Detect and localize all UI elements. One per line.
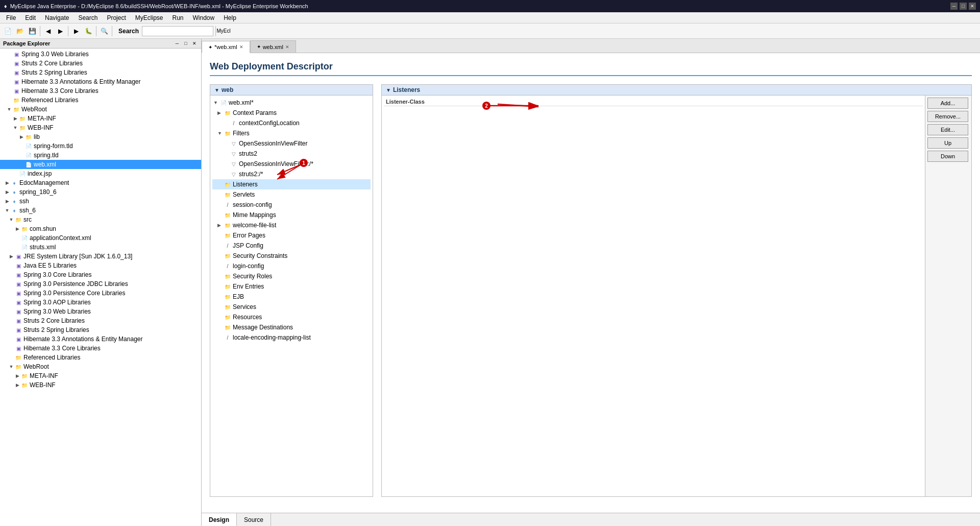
webxml-item[interactable]: /login-config <box>212 261 371 271</box>
tree-item[interactable]: ▼📁src <box>0 215 201 224</box>
panel-minimize-btn[interactable]: ─ <box>174 40 181 47</box>
tree-toggle[interactable] <box>8 281 14 286</box>
toolbar-back[interactable]: ◀ <box>42 26 54 37</box>
webxml-toggle[interactable] <box>217 212 224 218</box>
tree-item[interactable]: 📁Referenced Libraries <box>0 353 201 362</box>
webxml-toggle[interactable]: ▶ <box>217 110 224 115</box>
tree-item[interactable]: ▣Spring 3.0 Core Libraries <box>0 270 201 279</box>
tree-toggle[interactable] <box>8 263 14 268</box>
menu-run[interactable]: Run <box>168 13 187 22</box>
tree-item[interactable]: ▣Spring 3.0 Web Libraries <box>0 50 201 59</box>
tree-item[interactable]: ▣Spring 3.0 Persistence JDBC Libraries <box>0 279 201 289</box>
tree-item[interactable]: 📄struts.xml <box>0 243 201 252</box>
webxml-toggle[interactable] <box>224 121 230 126</box>
webxml-toggle[interactable] <box>217 264 224 269</box>
tree-item[interactable]: ▣Struts 2 Core Libraries <box>0 316 201 325</box>
toolbar-debug[interactable]: 🐛 <box>83 26 94 37</box>
toolbar-search[interactable]: 🔍 <box>99 26 110 37</box>
source-tab[interactable]: Source <box>237 513 271 526</box>
tree-item[interactable]: ▶📁META-INF <box>0 114 201 123</box>
toolbar-save[interactable]: 💾 <box>27 26 38 37</box>
webxml-item[interactable]: ▶📁Context Params <box>212 108 371 118</box>
webxml-toggle[interactable] <box>217 315 224 320</box>
tree-toggle[interactable] <box>18 144 24 149</box>
menu-edit[interactable]: Edit <box>21 13 40 22</box>
tree-item[interactable]: ▶♦ssh <box>0 197 201 206</box>
webxml-toggle[interactable] <box>217 202 224 207</box>
tree-toggle[interactable]: ▶ <box>8 254 14 259</box>
webxml-item[interactable]: 📁Security Roles <box>212 271 371 281</box>
webxml-item[interactable]: 📁Error Pages <box>212 230 371 241</box>
tree-item[interactable]: ▶▣JRE System Library [Sun JDK 1.6.0_13] <box>0 252 201 261</box>
down-listener-button[interactable]: Down <box>927 151 968 162</box>
maximize-button[interactable]: □ <box>960 3 967 10</box>
menu-window[interactable]: Window <box>189 13 219 22</box>
tree-toggle[interactable] <box>14 245 20 250</box>
tree-item[interactable]: ▶♦spring_180_6 <box>0 187 201 197</box>
tree-toggle[interactable]: ▶ <box>4 199 10 204</box>
tree-item[interactable]: ▣Hibernate 3.3 Annotations & Entity Mana… <box>0 77 201 86</box>
menu-file[interactable]: File <box>2 13 20 22</box>
tree-item[interactable]: 📄spring.tld <box>0 151 201 160</box>
tree-toggle[interactable] <box>18 162 24 167</box>
tree-item[interactable]: ▣Spring 3.0 AOP Libraries <box>0 298 201 307</box>
webxml-item[interactable]: 📁Mime Mappings <box>212 210 371 220</box>
tree-toggle[interactable]: ▶ <box>18 134 24 139</box>
webxml-item[interactable]: /locale-encoding-mapping-list <box>212 332 371 343</box>
design-tab[interactable]: Design <box>202 513 237 526</box>
tree-toggle[interactable] <box>8 300 14 305</box>
search-input[interactable] <box>142 26 213 36</box>
tree-item[interactable]: 📄index.jsp <box>0 169 201 178</box>
minimize-button[interactable]: ─ <box>950 3 958 10</box>
webxml-item[interactable]: ▽OpenSessionInViewFilter <box>212 138 371 149</box>
tree-toggle[interactable]: ▶ <box>4 180 10 185</box>
close-button[interactable]: ✕ <box>969 3 976 10</box>
tree-toggle[interactable] <box>8 272 14 277</box>
menu-navigate[interactable]: Navigate <box>41 13 73 22</box>
up-listener-button[interactable]: Up <box>927 137 968 149</box>
toolbar-open[interactable]: 📂 <box>14 26 26 37</box>
tree-toggle[interactable] <box>8 309 14 314</box>
webxml-item[interactable]: ▽struts2 <box>212 149 371 159</box>
tree-item[interactable]: ▣Hibernate 3.3 Core Libraries <box>0 344 201 353</box>
tree-item[interactable]: ▼📁WebRoot <box>0 105 201 114</box>
webxml-item[interactable]: 📁Services <box>212 302 371 312</box>
remove-listener-button[interactable]: Remove... <box>927 111 968 122</box>
tab-close-1[interactable]: ✕ <box>239 44 243 50</box>
webxml-toggle[interactable]: ▶ <box>217 223 224 228</box>
webxml-toggle[interactable] <box>217 325 224 330</box>
tree-item[interactable]: ▣Spring 3.0 Persistence Core Libraries <box>0 289 201 298</box>
tree-item[interactable]: 📄web.xml <box>0 160 201 169</box>
tree-item[interactable]: 📁Referenced Libraries <box>0 95 201 105</box>
webxml-toggle[interactable] <box>217 182 224 187</box>
webxml-toggle[interactable] <box>217 233 224 238</box>
webxml-item[interactable]: ▽struts2:/* <box>212 169 371 179</box>
webxml-item[interactable]: 📁Listeners <box>212 179 371 189</box>
webxml-toggle[interactable] <box>224 141 230 146</box>
listeners-section-toggle[interactable]: ▼ <box>386 87 391 93</box>
tab-close-2[interactable]: ✕ <box>285 44 289 50</box>
tree-item[interactable]: ▣Hibernate 3.3 Core Libraries <box>0 86 201 95</box>
webxml-item[interactable]: 📁EJB <box>212 292 371 302</box>
webxml-toggle[interactable] <box>217 284 224 289</box>
webxml-item[interactable]: ▼📁Filters <box>212 128 371 138</box>
menu-search[interactable]: Search <box>74 13 102 22</box>
toolbar-myeclipse[interactable]: MyEcl <box>218 26 229 37</box>
tree-toggle[interactable] <box>6 70 12 75</box>
toolbar-forward[interactable]: ▶ <box>55 26 66 37</box>
webxml-item[interactable]: /contextConfigLocation <box>212 118 371 128</box>
tree-toggle[interactable]: ▼ <box>6 107 12 112</box>
tree-toggle[interactable]: ▼ <box>8 364 14 369</box>
webxml-toggle[interactable] <box>224 161 230 166</box>
tree-toggle[interactable] <box>18 153 24 158</box>
tree-toggle[interactable]: ▼ <box>12 125 18 130</box>
tree-item[interactable]: ▶📁com.shun <box>0 224 201 233</box>
edit-listener-button[interactable]: Edit... <box>927 124 968 135</box>
tree-item[interactable]: ▼♦ssh_6 <box>0 206 201 215</box>
webxml-toggle[interactable] <box>224 172 230 177</box>
panel-close-btn[interactable]: ✕ <box>191 40 198 47</box>
tab-web-xml[interactable]: ✦ web.xml ✕ <box>250 40 296 53</box>
tree-item[interactable]: ▶♦EdocManagement <box>0 178 201 187</box>
tree-toggle[interactable]: ▼ <box>4 208 10 213</box>
tree-toggle[interactable] <box>8 318 14 323</box>
